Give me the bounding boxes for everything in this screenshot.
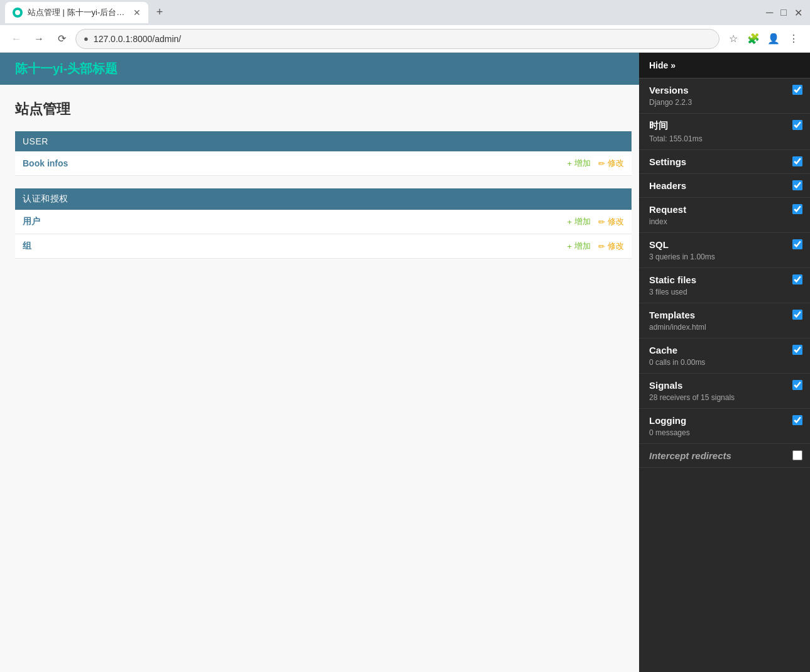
- debug-item-title-8: Cache: [649, 345, 800, 355]
- debug-item-checkbox-5[interactable]: [792, 239, 802, 249]
- profile-button[interactable]: 👤: [765, 30, 782, 48]
- user-change-label: 修改: [608, 216, 624, 227]
- admin-main: 站点管理 USER Book infos + 增加 ✏ 修改: [0, 85, 647, 672]
- bookinfos-change-label: 修改: [608, 158, 624, 169]
- debug-item-4: Requestindex: [639, 198, 810, 233]
- browser-toolbar: ← → ⟳ ● 127.0.0.1:8000/admin/ ☆ 🧩 👤 ⋮: [0, 25, 810, 53]
- debug-item-11: Intercept redirects: [639, 444, 810, 468]
- user-add-link[interactable]: + 增加: [567, 216, 591, 227]
- debug-item-checkbox-3[interactable]: [792, 180, 802, 190]
- user-section-title: USER: [23, 136, 48, 146]
- debug-item-title-1: 时间: [649, 120, 800, 132]
- debug-item-checkbox-6[interactable]: [792, 274, 802, 285]
- group-row: 组 + 增加 ✏ 修改: [15, 234, 632, 259]
- menu-button[interactable]: ⋮: [785, 30, 802, 48]
- debug-item-1: 时间Total: 155.01ms: [639, 114, 810, 150]
- debug-header: Hide »: [639, 53, 810, 79]
- user-model-name: 用户: [23, 216, 40, 227]
- window-controls: ─ □ ✕: [763, 4, 805, 21]
- debug-item-10: Logging0 messages: [639, 409, 810, 444]
- debug-item-sub-9: 28 receivers of 15 signals: [649, 393, 800, 402]
- debug-item-3: Headers: [639, 174, 810, 198]
- debug-hide-button[interactable]: Hide »: [649, 60, 676, 70]
- debug-item-title-9: Signals: [649, 380, 800, 391]
- bookmark-button[interactable]: ☆: [725, 30, 742, 48]
- debug-item-sub-5: 3 queries in 1.00ms: [649, 252, 800, 261]
- user-section-header: USER: [15, 131, 632, 151]
- pencil-icon: ✏: [598, 217, 605, 227]
- debug-item-checkbox-4[interactable]: [792, 204, 802, 214]
- group-model-actions: + 增加 ✏ 修改: [567, 241, 624, 252]
- address-bar[interactable]: ● 127.0.0.1:8000/admin/: [75, 29, 720, 49]
- url-text: 127.0.0.1:8000/admin/: [94, 34, 181, 44]
- debug-item-title-5: SQL: [649, 239, 800, 250]
- debug-item-title-7: Templates: [649, 310, 800, 320]
- extensions-button[interactable]: 🧩: [745, 30, 762, 48]
- group-add-label: 增加: [574, 241, 591, 252]
- debug-item-title-2: Settings: [649, 156, 800, 167]
- debug-item-title-10: Logging: [649, 415, 800, 426]
- tab-title: 站点管理 | 陈十一yi-后台管理系统: [28, 7, 128, 18]
- bookinfos-add-link[interactable]: + 增加: [567, 158, 591, 169]
- debug-item-checkbox-11[interactable]: [792, 450, 802, 460]
- group-model-name: 组: [23, 241, 31, 252]
- user-row: 用户 + 增加 ✏ 修改: [15, 210, 632, 234]
- group-add-link[interactable]: + 增加: [567, 241, 591, 252]
- group-change-link[interactable]: ✏ 修改: [598, 241, 624, 252]
- minimize-button[interactable]: ─: [763, 4, 775, 21]
- debug-item-title-6: Static files: [649, 274, 800, 285]
- debug-item-title-11: Intercept redirects: [649, 450, 800, 461]
- debug-item-checkbox-8[interactable]: [792, 345, 802, 355]
- debug-item-sub-4: index: [649, 217, 800, 226]
- reload-button[interactable]: ⟳: [53, 30, 70, 48]
- user-add-label: 增加: [574, 216, 591, 227]
- auth-section-title: 认证和授权: [23, 193, 68, 203]
- back-button[interactable]: ←: [8, 30, 25, 48]
- new-tab-button[interactable]: +: [151, 3, 168, 21]
- user-model-actions: + 增加 ✏ 修改: [567, 216, 624, 227]
- tab-close-button[interactable]: ✕: [133, 8, 141, 18]
- debug-item-checkbox-1[interactable]: [792, 120, 802, 130]
- debug-item-title-4: Request: [649, 204, 800, 215]
- close-button[interactable]: ✕: [792, 4, 805, 21]
- auth-section-header: 认证和授权: [15, 188, 632, 210]
- bookinfos-actions: + 增加 ✏ 修改: [567, 158, 624, 169]
- forward-button[interactable]: →: [30, 30, 48, 48]
- add-icon: +: [567, 159, 572, 168]
- debug-item-8: Cache0 calls in 0.00ms: [639, 339, 810, 374]
- bookinfos-change-link[interactable]: ✏ 修改: [598, 158, 624, 169]
- browser-titlebar: 站点管理 | 陈十一yi-后台管理系统 ✕ + ─ □ ✕: [0, 0, 810, 25]
- pencil-icon: ✏: [598, 159, 605, 168]
- debug-item-checkbox-7[interactable]: [792, 310, 802, 320]
- debug-item-sub-10: 0 messages: [649, 428, 800, 437]
- lock-icon: ●: [84, 34, 89, 43]
- debug-item-title-3: Headers: [649, 180, 800, 191]
- debug-item-sub-0: Django 2.2.3: [649, 98, 800, 107]
- bookinfos-row: Book infos + 增加 ✏ 修改: [15, 151, 632, 176]
- debug-item-sub-1: Total: 155.01ms: [649, 134, 800, 143]
- debug-item-0: VersionsDjango 2.2.3: [639, 79, 810, 114]
- debug-item-checkbox-0[interactable]: [792, 85, 802, 95]
- add-icon: +: [567, 217, 572, 227]
- toolbar-icons: ☆ 🧩 👤 ⋮: [725, 30, 802, 48]
- debug-items-container: VersionsDjango 2.2.3时间Total: 155.01msSet…: [639, 79, 810, 468]
- debug-item-7: Templatesadmin/index.html: [639, 303, 810, 339]
- debug-item-sub-7: admin/index.html: [649, 323, 800, 332]
- debug-item-checkbox-10[interactable]: [792, 415, 802, 425]
- debug-item-2: Settings: [639, 150, 810, 174]
- bookinfos-add-label: 增加: [574, 158, 591, 169]
- debug-item-title-0: Versions: [649, 85, 800, 95]
- bookinfos-name: Book infos: [23, 158, 68, 168]
- user-change-link[interactable]: ✏ 修改: [598, 216, 624, 227]
- debug-item-checkbox-2[interactable]: [792, 156, 802, 166]
- browser-chrome: 站点管理 | 陈十一yi-后台管理系统 ✕ + ─ □ ✕ ← → ⟳ ● 12…: [0, 0, 810, 53]
- debug-item-9: Signals28 receivers of 15 signals: [639, 374, 810, 409]
- debug-item-5: SQL3 queries in 1.00ms: [639, 233, 810, 268]
- active-tab[interactable]: 站点管理 | 陈十一yi-后台管理系统 ✕: [5, 2, 148, 23]
- page-title: 站点管理: [15, 100, 632, 119]
- maximize-button[interactable]: □: [778, 4, 789, 21]
- debug-panel: Hide » VersionsDjango 2.2.3时间Total: 155.…: [639, 53, 810, 672]
- pencil-icon: ✏: [598, 242, 605, 251]
- tab-favicon: [13, 8, 23, 18]
- debug-item-checkbox-9[interactable]: [792, 380, 802, 390]
